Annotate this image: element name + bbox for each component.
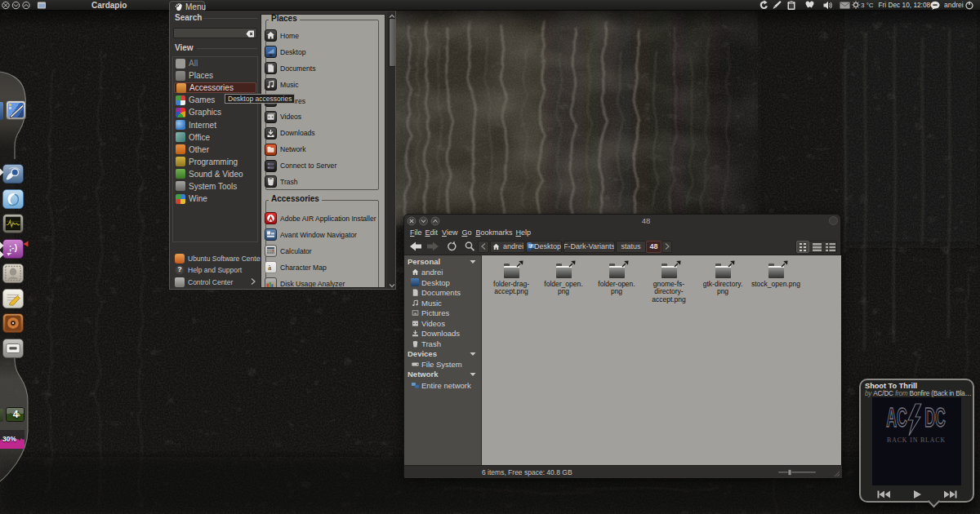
svg-text:andrei: andrei bbox=[944, 1, 964, 9]
svg-text:AC: AC bbox=[886, 401, 907, 433]
svg-text:BACK IN BLACK: BACK IN BLACK bbox=[887, 436, 946, 444]
svg-text:Fri Dec 10, 12:08: Fri Dec 10, 12:08 bbox=[879, 1, 931, 9]
svg-text:à: à bbox=[268, 264, 271, 272]
svg-text:3 °C: 3 °C bbox=[861, 2, 874, 9]
svg-text:DC: DC bbox=[924, 401, 946, 433]
